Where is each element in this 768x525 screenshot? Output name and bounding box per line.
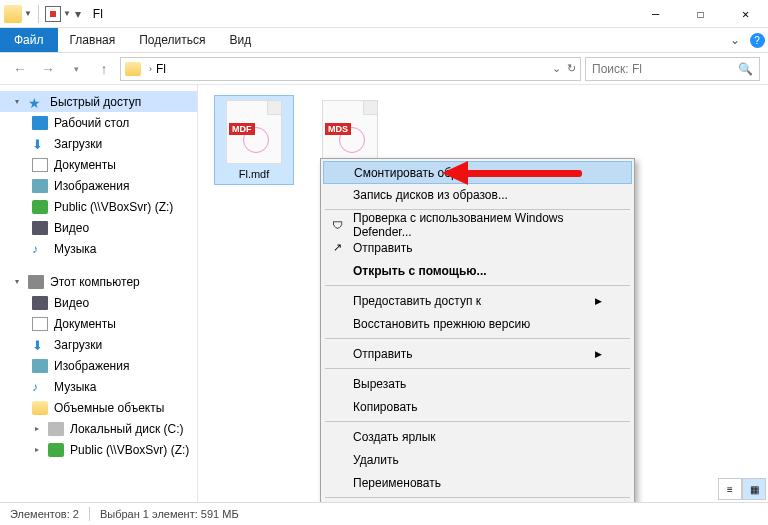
sidebar-item-desktop[interactable]: Рабочий стол (0, 112, 197, 133)
ctx-label: Копировать (353, 400, 418, 414)
network-drive-icon (48, 443, 64, 457)
music-icon: ♪ (32, 242, 48, 256)
recent-dropdown-icon[interactable]: ▾ (64, 57, 88, 81)
ctx-rename[interactable]: Переименовать (323, 471, 632, 494)
sidebar-this-pc[interactable]: ▾ Этот компьютер (0, 271, 197, 292)
sidebar-item-label: Видео (54, 221, 89, 235)
view-mode-buttons: ≡ ▦ (718, 478, 766, 500)
close-button[interactable]: ✕ (723, 0, 768, 28)
ctx-defender-scan[interactable]: 🛡Проверка с использованием Windows Defen… (323, 213, 632, 236)
help-button[interactable]: ? (746, 28, 768, 52)
sidebar-item-videos[interactable]: Видео (0, 217, 197, 238)
window-title: Fl (93, 7, 103, 21)
refresh-icon[interactable]: ↻ (567, 62, 576, 75)
minimize-button[interactable]: — (633, 0, 678, 28)
ctx-label: Проверка с использованием Windows Defend… (353, 211, 602, 239)
chevron-down-icon[interactable]: ▾ (12, 97, 22, 106)
ctx-delete[interactable]: Удалить (323, 448, 632, 471)
ribbon-expand-icon[interactable]: ⌄ (724, 28, 746, 52)
share-icon: ↗ (329, 240, 345, 256)
up-button[interactable]: ↑ (92, 57, 116, 81)
video-icon (32, 296, 48, 310)
documents-icon (32, 317, 48, 331)
ctx-cut[interactable]: Вырезать (323, 372, 632, 395)
sidebar-item-downloads[interactable]: ⬇Загрузки (0, 133, 197, 154)
chevron-down-icon[interactable]: ▾ (12, 277, 22, 286)
chevron-right-icon[interactable]: › (149, 64, 152, 74)
forward-button[interactable]: → (36, 57, 60, 81)
sidebar-item-local-disk[interactable]: ▸Локальный диск (C:) (0, 418, 197, 439)
sidebar-item-music[interactable]: ♪Музыка (0, 376, 197, 397)
tab-file[interactable]: Файл (0, 28, 58, 52)
sidebar-item-label: Музыка (54, 242, 96, 256)
ctx-label: Вырезать (353, 377, 406, 391)
divider (89, 507, 90, 521)
shield-icon: 🛡 (329, 217, 345, 233)
tab-view[interactable]: Вид (217, 28, 263, 52)
network-drive-icon (32, 200, 48, 214)
status-item-count: Элементов: 2 (10, 508, 79, 520)
ctx-restore-version[interactable]: Восстановить прежнюю версию (323, 312, 632, 335)
qat-dropdown-icon[interactable]: ▼ (24, 9, 32, 18)
navigation-pane: ▾ ★ Быстрый доступ Рабочий стол ⬇Загрузк… (0, 85, 198, 502)
ctx-open-with[interactable]: Открыть с помощью... (323, 259, 632, 282)
file-item[interactable]: MDF Fl.mdf (214, 95, 294, 185)
ctx-burn-disc[interactable]: Запись дисков из образов... (323, 183, 632, 206)
search-input[interactable]: Поиск: Fl 🔍 (585, 57, 760, 81)
star-icon: ★ (28, 95, 44, 109)
sidebar-item-network-drive[interactable]: Public (\\VBoxSvr) (Z:) (0, 196, 197, 217)
qat-dropdown-icon[interactable]: ▼ (63, 9, 71, 18)
sidebar-item-music[interactable]: ♪Музыка (0, 238, 197, 259)
separator (325, 338, 630, 339)
ctx-copy[interactable]: Копировать (323, 395, 632, 418)
sidebar-item-pictures[interactable]: Изображения (0, 175, 197, 196)
chevron-right-icon[interactable]: ▸ (32, 445, 42, 454)
sidebar-item-downloads[interactable]: ⬇Загрузки (0, 334, 197, 355)
sidebar-item-3d-objects[interactable]: Объемные объекты (0, 397, 197, 418)
sidebar-item-label: Public (\\VBoxSvr) (Z:) (54, 200, 173, 214)
breadcrumb[interactable]: Fl (156, 62, 166, 76)
maximize-button[interactable]: ☐ (678, 0, 723, 28)
documents-icon (32, 158, 48, 172)
tab-share[interactable]: Поделиться (127, 28, 217, 52)
ctx-send-to[interactable]: Отправить▶ (323, 342, 632, 365)
sidebar-item-label: Public (\\VBoxSvr) (Z:) (70, 443, 189, 457)
separator (325, 421, 630, 422)
qat-overflow-icon[interactable]: ▾ (75, 7, 81, 21)
music-icon: ♪ (32, 380, 48, 394)
sidebar-item-documents[interactable]: Документы (0, 154, 197, 175)
sidebar-item-label: Изображения (54, 179, 129, 193)
sidebar-item-label: Документы (54, 317, 116, 331)
sidebar-quick-access[interactable]: ▾ ★ Быстрый доступ (0, 91, 197, 112)
folder-icon (4, 5, 22, 23)
chevron-right-icon[interactable]: ▸ (32, 424, 42, 433)
file-type-badge: MDF (229, 123, 255, 135)
ctx-share[interactable]: ↗Отправить (323, 236, 632, 259)
properties-icon[interactable] (45, 6, 61, 22)
help-icon: ? (750, 33, 765, 48)
sidebar-item-videos[interactable]: Видео (0, 292, 197, 313)
address-dropdown-icon[interactable]: ⌄ (552, 62, 561, 75)
tab-home[interactable]: Главная (58, 28, 128, 52)
sidebar-item-network-drive[interactable]: ▸Public (\\VBoxSvr) (Z:) (0, 439, 197, 460)
status-selection: Выбран 1 элемент: 591 МБ (100, 508, 239, 520)
sidebar-item-label: Видео (54, 296, 89, 310)
ctx-grant-access[interactable]: Предоставить доступ к▶ (323, 289, 632, 312)
ctx-label: Отправить (353, 241, 413, 255)
file-type-badge: MDS (325, 123, 351, 135)
sidebar-item-pictures[interactable]: Изображения (0, 355, 197, 376)
back-button[interactable]: ← (8, 57, 32, 81)
icons-view-button[interactable]: ▦ (742, 478, 766, 500)
chevron-right-icon: ▶ (595, 349, 602, 359)
divider (38, 5, 39, 23)
downloads-icon: ⬇ (32, 338, 48, 352)
cube-icon (32, 401, 48, 415)
details-view-button[interactable]: ≡ (718, 478, 742, 500)
sidebar-item-label: Быстрый доступ (50, 95, 141, 109)
ctx-mount-image[interactable]: Смонтировать образ (323, 161, 632, 184)
address-bar[interactable]: › Fl ⌄ ↻ (120, 57, 581, 81)
ctx-create-shortcut[interactable]: Создать ярлык (323, 425, 632, 448)
quick-access-toolbar: ▼ ▼ ▾ (0, 5, 85, 23)
sidebar-item-documents[interactable]: Документы (0, 313, 197, 334)
ctx-label: Открыть с помощью... (353, 264, 487, 278)
